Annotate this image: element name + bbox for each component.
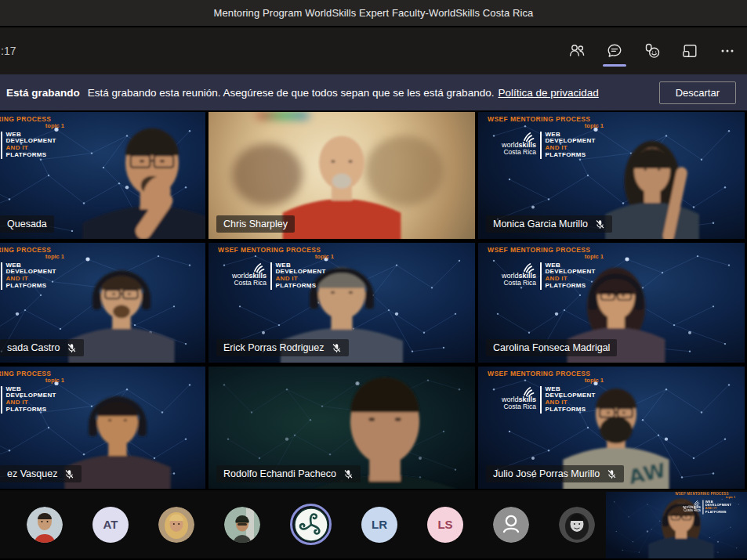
- brand-line1: WSEF MENTORING PROCESS: [0, 247, 83, 254]
- video-tile[interactable]: WSEF MENTORING PROCESStopic 1 worldskill…: [0, 367, 205, 489]
- mic-muted-icon: [332, 343, 342, 353]
- avatar-initials[interactable]: LS: [427, 507, 463, 543]
- meeting-title: Mentoring Program WorldSkills Expert Fac…: [214, 7, 534, 19]
- brand-divider: [540, 262, 542, 290]
- brand-divider: [702, 500, 703, 514]
- participant-name: Rodolfo Echandi Pacheco: [223, 468, 336, 479]
- privacy-policy-link[interactable]: Política de privacidad: [498, 87, 598, 99]
- mic-muted-icon: [607, 469, 617, 479]
- participant-name-label: Quesada: [0, 215, 54, 233]
- worldskills-country: Costa Rica: [218, 280, 267, 287]
- participant-name-label: Monica Garcia Murillo: [486, 215, 612, 233]
- wsef-brand-overlay: WSEF MENTORING PROCESStopic 1 worldskill…: [0, 116, 83, 159]
- brand-topic: topic 1: [676, 496, 736, 499]
- video-tile[interactable]: Rodolfo Echandi Pacheco: [209, 367, 475, 489]
- avatar-initials[interactable]: AT: [92, 507, 129, 543]
- self-view-tile[interactable]: WSEF MENTORING PROCESStopic 1 worldskill…: [606, 492, 747, 558]
- brand-topic: topic 1: [488, 254, 604, 260]
- brand-line1: WSEF MENTORING PROCESS: [0, 116, 83, 123]
- video-tile[interactable]: AWWSEF MENTORING PROCESStopic 1 worldski…: [478, 367, 745, 489]
- brand-skill-block: WEBDEVELOPMENTAND ITPLATFORMS: [6, 132, 56, 159]
- toolbar-icons: [564, 34, 741, 68]
- avatar-logo-triskelion: [294, 508, 328, 542]
- brand-skill-block: WEBDEVELOPMENTAND ITPLATFORMS: [6, 386, 56, 414]
- recording-banner: Está grabando Está grabando esta reunión…: [0, 74, 747, 110]
- worldskills-logo-row: worldskillsCosta RicaWEBDEVELOPMENTAND I…: [0, 132, 83, 159]
- wsef-brand-overlay: WSEF MENTORING PROCESStopic 1 worldskill…: [0, 370, 83, 414]
- participant-name-label: ez Vasquez: [0, 465, 82, 482]
- mic-muted-icon: [64, 469, 74, 479]
- video-tile[interactable]: WSEF MENTORING PROCESStopic 1 worldskill…: [0, 243, 205, 363]
- video-tile[interactable]: WSEF MENTORING PROCESStopic 1 worldskill…: [478, 112, 745, 239]
- video-tile[interactable]: WSEF MENTORING PROCESStopic 1 worldskill…: [209, 243, 475, 363]
- chat-icon: [605, 42, 624, 60]
- brand-topic: topic 1: [0, 254, 64, 260]
- worldskills-logo-row: worldskillsCosta RicaWEBDEVELOPMENTAND I…: [218, 262, 353, 290]
- brand-topic: topic 1: [0, 378, 64, 384]
- brand-topic: topic 1: [0, 123, 64, 129]
- breakout-rooms-icon: [680, 42, 699, 60]
- mic-muted-icon: [343, 469, 354, 479]
- mic-muted-icon: [595, 219, 605, 229]
- wsef-brand-overlay: WSEF MENTORING PROCESStopic 1 worldskill…: [218, 247, 353, 290]
- participants-icon: [568, 42, 586, 60]
- participants-button[interactable]: [564, 34, 590, 68]
- avatar-person-icon[interactable]: [493, 507, 529, 543]
- video-tile[interactable]: Chris Sharpley: [209, 112, 475, 239]
- brand-divider: [270, 262, 272, 290]
- wsef-brand-overlay: WSEF MENTORING PROCESStopic 1 worldskill…: [0, 247, 83, 290]
- recording-banner-message: Está grabando esta reunión. Asegúrese de…: [88, 87, 495, 99]
- worldskills-logo-row: worldskillsCosta RicaWEBDEVELOPMENTAND I…: [488, 132, 622, 159]
- wsef-brand-overlay: WSEF MENTORING PROCESStopic 1 worldskill…: [488, 116, 622, 159]
- reactions-icon: [643, 42, 662, 60]
- active-speaker-ring[interactable]: [290, 504, 332, 545]
- worldskills-logo-row: worldskillsCosta RicaWEBDEVELOPMENTAND I…: [0, 386, 83, 414]
- participant-name: Monica Garcia Murillo: [493, 219, 588, 229]
- more-icon: [718, 42, 737, 60]
- avatar-photo-man-cap[interactable]: [224, 507, 260, 543]
- recording-banner-title: Está grabando: [6, 87, 80, 99]
- meeting-timer: :17: [1, 45, 16, 57]
- brand-topic: topic 1: [488, 123, 604, 129]
- brand-divider: [1, 386, 2, 414]
- participant-name-label: Julio José Porras Murillo: [486, 465, 624, 482]
- participant-avatar-strip: AT LRLS: [27, 490, 595, 558]
- brand-divider: [540, 132, 542, 159]
- video-tile[interactable]: WSEF MENTORING PROCESStopic 1 worldskill…: [478, 243, 745, 363]
- participant-name: Julio José Porras Murillo: [493, 468, 600, 479]
- video-tile[interactable]: WSEF MENTORING PROCESStopic 1 worldskill…: [0, 112, 205, 239]
- participant-name: ez Vasquez: [7, 468, 57, 479]
- wsef-brand-overlay: WSEF MENTORING PROCESStopic 1 worldskill…: [488, 370, 622, 414]
- title-bar: Mentoring Program WorldSkills Expert Fac…: [0, 0, 747, 26]
- worldskills-logo-row: worldskillsCosta RicaWEBDEVELOPMENTAND I…: [676, 500, 745, 514]
- wsef-brand-overlay: WSEF MENTORING PROCESStopic 1 worldskill…: [488, 247, 622, 290]
- brand-topic: topic 1: [218, 254, 334, 260]
- brand-skill-block: WEBDEVELOPMENTAND ITPLATFORMS: [546, 132, 596, 159]
- brand-divider: [1, 262, 2, 290]
- teams-meeting-window: Mentoring Program WorldSkills Expert Fac…: [0, 0, 747, 560]
- more-button[interactable]: [714, 34, 741, 68]
- meeting-toolbar: :17: [0, 26, 747, 74]
- brand-skill-block: WEBDEVELOPMENTAND ITPLATFORMS: [276, 262, 326, 290]
- participant-name-label: Chris Sharpley: [216, 215, 295, 233]
- participant-name: Erick Porras Rodriguez: [223, 342, 325, 353]
- bottom-strip: AT LRLS WSEF MENTORING PROCESS: [0, 490, 747, 558]
- participant-name-label: Erick Porras Rodriguez: [216, 339, 349, 356]
- brand-skill-block: WEBDEVELOPMENTAND ITPLATFORMS: [6, 262, 56, 290]
- reactions-button[interactable]: [639, 34, 665, 68]
- avatar-photo-woman-bw[interactable]: [559, 507, 595, 543]
- breakout-rooms-button[interactable]: [676, 34, 703, 68]
- chat-button[interactable]: [601, 34, 628, 68]
- participant-name-label: sada Castro: [0, 339, 84, 356]
- dismiss-button[interactable]: Descartar: [659, 81, 736, 104]
- avatar-photo-man-red[interactable]: [27, 507, 63, 543]
- brand-line1: WSEF MENTORING PROCESS: [0, 370, 83, 378]
- worldskills-logo-row: worldskillsCosta RicaWEBDEVELOPMENTAND I…: [488, 262, 622, 290]
- participant-name: Carolina Fonseca Madrigal: [493, 342, 610, 353]
- wsef-brand-overlay: WSEF MENTORING PROCESStopic 1 worldskill…: [676, 492, 745, 514]
- brand-skill-block: WEBDEVELOPMENTAND ITPLATFORMS: [546, 386, 596, 414]
- worldskills-country: Costa Rica: [488, 149, 536, 156]
- avatar-initials[interactable]: LR: [361, 507, 397, 543]
- avatar-photo-woman-blonde[interactable]: [158, 507, 194, 543]
- participant-name-label: Carolina Fonseca Madrigal: [486, 339, 617, 356]
